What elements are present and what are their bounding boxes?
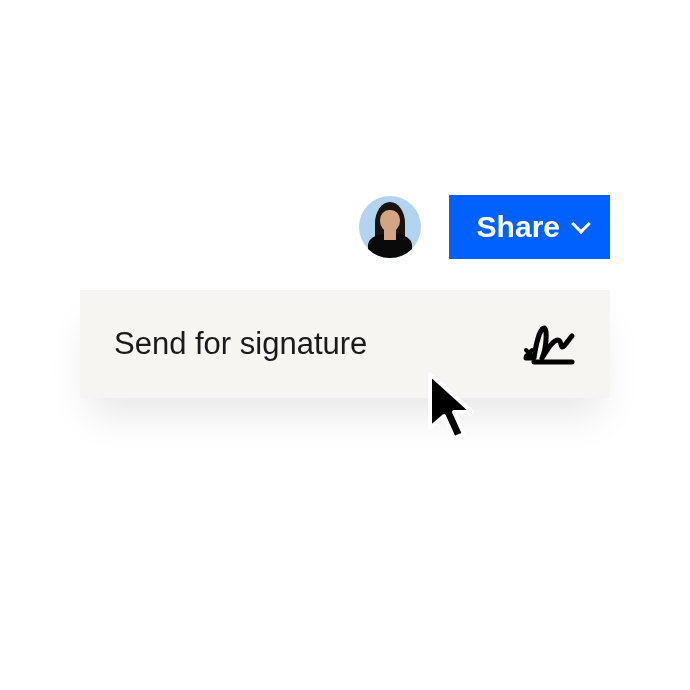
share-button-label: Share [477,210,560,244]
avatar-image [366,204,414,258]
header-row: Share [0,195,690,259]
dropdown-item-label: Send for signature [114,326,367,362]
dropdown-item-send-for-signature[interactable]: Send for signature [80,290,610,398]
chevron-down-icon [571,214,591,234]
signature-icon [520,320,576,368]
share-button[interactable]: Share [449,195,610,259]
avatar[interactable] [359,196,421,258]
